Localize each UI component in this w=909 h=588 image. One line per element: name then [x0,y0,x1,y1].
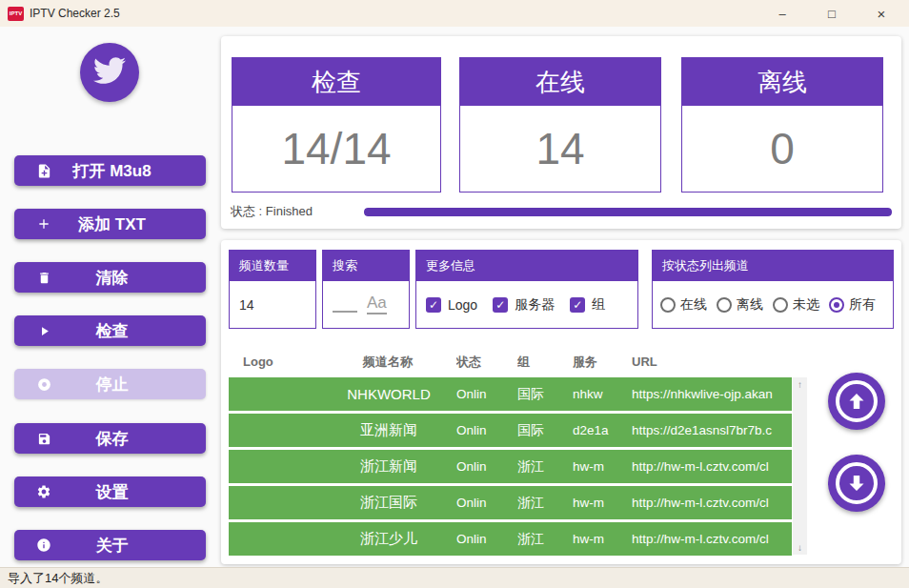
stop-icon [33,374,54,395]
scroll-down-icon[interactable]: ↓ [798,542,802,553]
check-button[interactable]: 检查 [14,315,206,346]
cell-name: 浙江少儿 [327,530,456,548]
minimize-button[interactable]: – [774,7,791,21]
cell-status: Onlin [456,532,517,546]
cell-group: 国际 [517,386,573,403]
search-label: 搜索 [323,251,409,281]
col-url: URL [632,355,821,369]
channel-count-value: 14 [230,281,315,328]
title-bar: IPTV IPTV Checker 2.5 – □ × [0,0,909,27]
radio-all-label: 所有 [849,296,876,314]
more-info-box: 更多信息 ✓ Logo ✓ 服务器 ✓ 组 [415,250,638,329]
open-m3u8-label: 打开 M3u8 [54,160,170,182]
stat-online-title: 在线 [460,58,660,106]
clear-label: 清除 [54,267,170,289]
table-row[interactable]: NHKWORLD Onlin 国际 nhkw https://nhkwlive-… [229,377,792,411]
stop-label: 停止 [54,374,170,395]
status-filter-label: 按状态列出频道 [653,251,893,281]
status-bar: 导入了14个频道。 [0,567,909,588]
stat-checked-title: 检查 [232,58,440,106]
cell-server: d2e1a [573,423,632,437]
plus-icon [33,213,54,234]
cell-status: Onlin [456,496,517,510]
arrow-up-icon [836,380,878,422]
cell-status: Onlin [456,423,517,437]
cell-group: 浙江 [517,458,573,476]
col-server: 服务 [573,354,632,371]
radio-unchecked-label: 未选 [793,296,819,314]
progress-fill [364,208,892,216]
col-logo: Logo [243,355,327,369]
channel-count-label: 频道数量 [230,251,315,281]
table-header: Logo 频道名称 状态 组 服务 URL [229,346,821,377]
channel-table: Logo 频道名称 状态 组 服务 URL NHKWORLD Onlin 国际 … [229,346,821,558]
sidebar: 打开 M3u8 添加 TXT 清除 检查 停止 保存 设置 关于 [0,27,219,567]
stat-card-online: 在线 14 [459,57,661,193]
cell-name: 浙江新闻 [327,457,456,476]
stat-online-value: 14 [460,106,660,192]
stat-card-checked: 检查 14/14 [232,57,441,193]
checkbox-group-label: 组 [592,296,605,314]
close-button[interactable]: × [873,6,890,22]
add-txt-button[interactable]: 添加 TXT [14,209,206,239]
table-row[interactable]: 浙江少儿 Onlin 浙江 hw-m http://hw-m-l.cztv.co… [229,522,792,556]
status-row: 状态 : Finished [231,203,892,220]
search-input[interactable] [333,297,357,313]
match-case-toggle[interactable]: Aa [367,294,387,314]
checkbox-logo[interactable]: ✓ Logo [426,297,477,313]
twitter-bird-icon [93,54,126,91]
cell-server: nhkw [573,387,632,401]
table-scrollbar[interactable]: ↑ ↓ [793,377,807,555]
radio-online[interactable]: 在线 [660,296,707,314]
radio-unchecked-circle [773,297,788,313]
about-button[interactable]: 关于 [14,530,206,560]
scroll-to-bottom-button[interactable] [828,455,885,512]
add-txt-label: 添加 TXT [54,213,170,235]
stat-checked-value: 14/14 [232,106,440,192]
statusbar-text: 导入了14个频道。 [8,570,108,587]
checkbox-group[interactable]: ✓ 组 [570,296,605,314]
radio-offline-circle [717,297,732,313]
stop-button[interactable]: 停止 [14,369,206,399]
cell-name: NHKWORLD [327,386,456,402]
radio-unchecked[interactable]: 未选 [773,296,819,314]
scroll-up-icon[interactable]: ↑ [798,379,802,390]
maximize-button[interactable]: □ [823,7,840,21]
arrow-down-icon [836,462,878,504]
about-label: 关于 [54,535,170,557]
checkbox-server-label: 服务器 [515,296,555,314]
twitter-link[interactable] [80,43,139,102]
stat-offline-value: 0 [682,106,882,192]
cell-server: hw-m [573,532,632,546]
settings-button[interactable]: 设置 [14,476,206,507]
channel-count-box: 频道数量 14 [229,250,316,329]
cell-url: http://hw-m-l.cztv.com/cl [632,532,792,546]
checkbox-logo-icon: ✓ [426,297,441,313]
clear-button[interactable]: 清除 [14,262,206,293]
cell-status: Onlin [456,387,517,401]
check-label: 检查 [54,320,170,342]
info-icon [33,535,54,556]
cell-server: hw-m [573,459,632,474]
save-button[interactable]: 保存 [14,423,206,454]
stat-offline-title: 离线 [682,58,882,106]
open-m3u8-button[interactable]: 打开 M3u8 [14,155,206,186]
save-label: 保存 [54,428,170,450]
scroll-to-top-button[interactable] [828,373,885,430]
file-plus-icon [33,160,54,181]
stats-panel: 检查 14/14 在线 14 离线 0 状态 : Finished [221,36,901,229]
cell-status: Onlin [456,459,517,474]
radio-offline[interactable]: 离线 [717,296,763,314]
checkbox-server[interactable]: ✓ 服务器 [493,296,555,314]
table-row[interactable]: 浙江新闻 Onlin 浙江 hw-m http://hw-m-l.cztv.co… [229,450,792,483]
radio-all[interactable]: 所有 [829,296,876,314]
cell-url: https://d2e1asnsl7br7b.c [632,423,792,437]
radio-online-label: 在线 [680,296,707,314]
window-title: IPTV Checker 2.5 [30,7,120,20]
table-row[interactable]: 浙江国际 Onlin 浙江 hw-m http://hw-m-l.cztv.co… [229,486,792,519]
play-icon [33,320,54,341]
gear-icon [33,481,54,502]
search-box: 搜索 Aa [322,250,410,329]
channels-panel: 频道数量 14 搜索 Aa 更多信息 ✓ Logo ✓ 服务器 ✓ 组 按状态列 [221,240,901,564]
table-row[interactable]: 亚洲新闻 Onlin 国际 d2e1a https://d2e1asnsl7br… [229,414,792,447]
